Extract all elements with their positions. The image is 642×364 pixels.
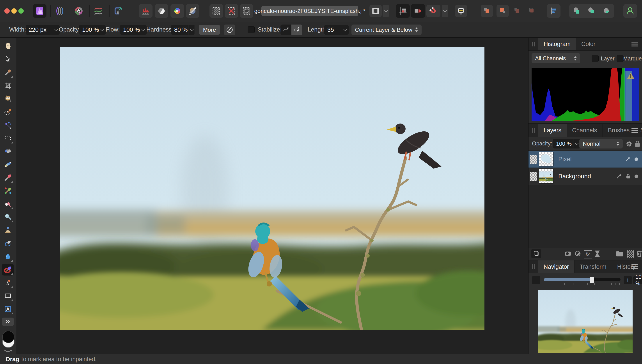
- inpainting-brush-tool[interactable]: [2, 264, 14, 276]
- boolean-add-button[interactable]: [569, 4, 584, 18]
- panel-menu-icon[interactable]: [631, 128, 638, 133]
- tab-color[interactable]: Color: [576, 38, 601, 50]
- snapping-button[interactable]: [426, 5, 440, 17]
- panel-menu-icon[interactable]: [631, 42, 638, 46]
- colour-swatches[interactable]: [1, 330, 15, 353]
- close-window-button[interactable]: [5, 8, 10, 14]
- mask-dropdown-button[interactable]: [383, 5, 389, 17]
- marquee-checkbox[interactable]: [616, 55, 623, 62]
- window-stabilizer-toggle[interactable]: [291, 24, 302, 35]
- undo-brush-tool[interactable]: [2, 238, 14, 249]
- panel-menu-icon[interactable]: [631, 264, 638, 269]
- zoom-window-button[interactable]: [19, 8, 24, 14]
- chevron-down-icon[interactable]: [140, 25, 147, 34]
- move-by-whole-pixels-toggle[interactable]: [411, 4, 425, 18]
- more-button[interactable]: More: [199, 25, 220, 34]
- blemish-removal-tool[interactable]: [2, 211, 14, 223]
- account-button[interactable]: [623, 4, 637, 18]
- chevron-down-icon[interactable]: [342, 25, 349, 34]
- stabilizer-length-field[interactable]: 35: [324, 25, 349, 34]
- rectangle-tool[interactable]: [2, 290, 14, 302]
- liquify-persona-button[interactable]: [53, 4, 66, 18]
- move-to-front-button[interactable]: [525, 5, 538, 17]
- boolean-subtract-button[interactable]: [584, 4, 599, 18]
- auto-contrast-button[interactable]: [155, 4, 168, 18]
- colour-replacement-brush-tool[interactable]: [2, 185, 14, 197]
- flood-fill-tool[interactable]: [2, 146, 14, 157]
- layer-row-pixel[interactable]: Pixel: [528, 151, 642, 168]
- crop-tool[interactable]: [2, 80, 14, 92]
- move-tool[interactable]: [2, 54, 14, 65]
- view-tool[interactable]: [2, 40, 14, 52]
- export-persona-button[interactable]: [111, 4, 125, 18]
- layer-visibility-dot[interactable]: [634, 174, 638, 178]
- stabilizer-checkbox[interactable]: [248, 26, 255, 33]
- zoom-slider-thumb[interactable]: [590, 276, 594, 283]
- live-filter-icon[interactable]: [594, 250, 600, 257]
- tab-transform[interactable]: Transform: [574, 260, 612, 273]
- develop-persona-button[interactable]: [72, 4, 86, 18]
- panel-drag-handle[interactable]: [528, 260, 538, 273]
- deselect-button[interactable]: [225, 4, 238, 18]
- flood-select-tool[interactable]: [2, 119, 14, 131]
- rectangular-marquee-tool[interactable]: [2, 132, 14, 144]
- swap-colours-icon[interactable]: [3, 349, 13, 353]
- move-forward-button[interactable]: [481, 5, 493, 17]
- boolean-divide-button[interactable]: [599, 4, 614, 18]
- move-backward-button[interactable]: [496, 5, 509, 17]
- layer-lock-icon[interactable]: [626, 174, 630, 179]
- group-folder-icon[interactable]: [616, 250, 623, 257]
- panel-drag-handle[interactable]: [528, 38, 538, 50]
- clone-tool[interactable]: [2, 224, 14, 236]
- brush-flow-field[interactable]: 100 %: [120, 25, 147, 34]
- navigator-thumbnail[interactable]: [538, 290, 632, 353]
- chevron-down-icon[interactable]: [99, 25, 106, 34]
- artistic-text-tool[interactable]: A: [2, 303, 14, 315]
- tab-navigator[interactable]: Navigator: [538, 260, 574, 273]
- layer-checkbox[interactable]: [591, 55, 599, 62]
- select-all-button[interactable]: [210, 4, 223, 18]
- blur-tool[interactable]: [2, 250, 14, 262]
- panel-drag-handle[interactable]: [528, 124, 538, 137]
- auto-colour-button[interactable]: [171, 4, 184, 18]
- canvas-image[interactable]: [60, 47, 484, 330]
- blend-mode-select[interactable]: Normal: [579, 139, 623, 148]
- layer-thumbnail[interactable]: [539, 169, 553, 184]
- auto-levels-button[interactable]: [139, 4, 153, 18]
- alignment-button[interactable]: [547, 4, 560, 18]
- layer-row-background[interactable]: Background: [528, 168, 642, 185]
- zoom-in-button[interactable]: +: [623, 276, 632, 284]
- colour-picker-tool[interactable]: [2, 66, 14, 78]
- brush-settings-button[interactable]: [224, 24, 235, 35]
- link-layers-button[interactable]: [531, 249, 541, 258]
- selection-brush-tool[interactable]: [2, 106, 14, 118]
- snapping-dropdown-button[interactable]: [442, 5, 448, 17]
- chevron-down-icon[interactable]: [573, 139, 580, 148]
- layer-visibility-dot[interactable]: [634, 158, 638, 161]
- invert-selection-button[interactable]: [240, 4, 253, 18]
- chevron-down-icon[interactable]: [188, 25, 195, 34]
- expand-tools-button[interactable]: [2, 318, 14, 326]
- zoom-percent-field[interactable]: 101 %: [633, 276, 642, 284]
- pixel-align-toggle[interactable]: [396, 4, 410, 18]
- photo-persona-button[interactable]: [33, 4, 47, 18]
- erase-tool[interactable]: [2, 198, 14, 210]
- brush-opacity-field[interactable]: 100 %: [79, 25, 106, 34]
- channel-select[interactable]: All Channels: [531, 53, 580, 63]
- layer-effects-fx-icon[interactable]: fx: [584, 250, 591, 258]
- new-mask-icon[interactable]: [564, 250, 572, 257]
- tab-layers[interactable]: Layers: [538, 124, 567, 137]
- edit-mode-select[interactable]: Current Layer & Below: [351, 24, 422, 35]
- brush-hardness-field[interactable]: 80 %: [171, 25, 195, 34]
- tone-mapping-persona-button[interactable]: [92, 4, 105, 18]
- rope-stabilizer-toggle[interactable]: [280, 24, 291, 35]
- assistant-button[interactable]: [455, 5, 467, 17]
- pen-tool[interactable]: [2, 277, 14, 289]
- delete-trash-icon[interactable]: [636, 250, 642, 257]
- move-to-back-button[interactable]: [511, 5, 523, 17]
- tab-histogram[interactable]: Histogram: [538, 38, 576, 50]
- mask-button[interactable]: [369, 5, 382, 17]
- brush-width-field[interactable]: 220 px: [26, 25, 60, 34]
- foreground-colour-swatch[interactable]: [2, 331, 15, 343]
- new-adjustment-icon[interactable]: [574, 250, 581, 257]
